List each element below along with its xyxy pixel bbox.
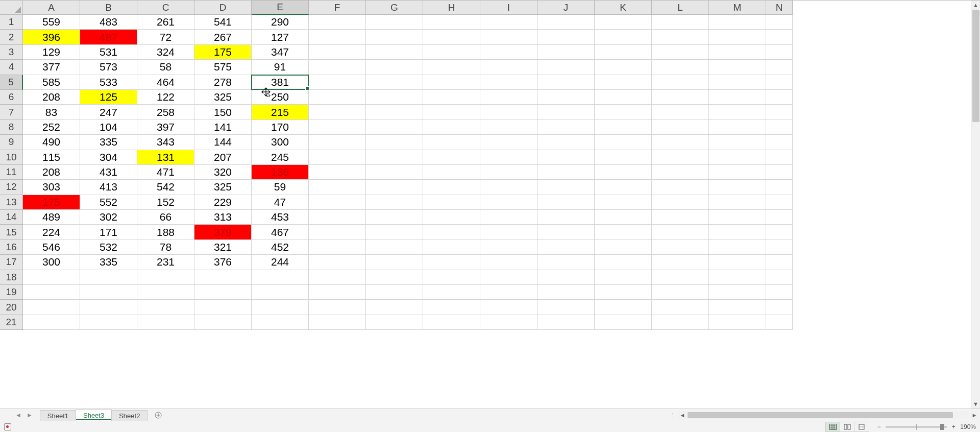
sheet-tab-sheet1[interactable]: Sheet1 bbox=[40, 410, 76, 421]
cell-J7[interactable] bbox=[537, 105, 595, 119]
cell-L2[interactable] bbox=[652, 30, 709, 44]
cell-D1[interactable]: 541 bbox=[194, 15, 252, 30]
cell-C11[interactable]: 471 bbox=[137, 165, 194, 180]
cell-I16[interactable] bbox=[480, 240, 537, 255]
cell-A1[interactable]: 559 bbox=[23, 15, 80, 30]
cell-E9[interactable]: 300 bbox=[252, 135, 309, 150]
cell-F6[interactable] bbox=[309, 90, 366, 105]
cell-I3[interactable] bbox=[480, 45, 537, 60]
column-header-J[interactable]: J bbox=[537, 1, 595, 15]
cell-I9[interactable] bbox=[480, 135, 537, 150]
column-header-N[interactable]: N bbox=[766, 1, 793, 15]
cell-H14[interactable] bbox=[423, 210, 480, 225]
cell-B15[interactable]: 171 bbox=[80, 225, 137, 239]
cell-K5[interactable] bbox=[595, 75, 652, 90]
cell-B20[interactable] bbox=[80, 300, 137, 315]
cell-M20[interactable] bbox=[709, 300, 766, 315]
row-header-1[interactable]: 1 bbox=[0, 15, 23, 30]
cell-H1[interactable] bbox=[423, 15, 480, 30]
column-header-C[interactable]: C bbox=[137, 1, 194, 15]
cell-G11[interactable] bbox=[366, 165, 423, 180]
cell-D16[interactable]: 321 bbox=[194, 240, 252, 255]
cell-M17[interactable] bbox=[709, 255, 766, 270]
cell-J20[interactable] bbox=[537, 300, 595, 315]
cell-D17[interactable]: 376 bbox=[194, 255, 252, 270]
cell-A14[interactable]: 489 bbox=[23, 210, 80, 225]
cell-N11[interactable] bbox=[766, 165, 793, 180]
cell-I13[interactable] bbox=[480, 195, 537, 210]
cell-C9[interactable]: 343 bbox=[137, 135, 194, 150]
cell-G17[interactable] bbox=[366, 255, 423, 270]
column-header-A[interactable]: A bbox=[23, 1, 80, 15]
zoom-level-label[interactable]: 190% bbox=[960, 423, 976, 430]
cell-G12[interactable] bbox=[366, 180, 423, 195]
cell-F9[interactable] bbox=[309, 135, 366, 150]
cell-N1[interactable] bbox=[766, 15, 793, 30]
cell-B4[interactable]: 573 bbox=[80, 60, 137, 75]
cell-G5[interactable] bbox=[366, 75, 423, 90]
cell-L19[interactable] bbox=[652, 285, 709, 300]
cell-A8[interactable]: 252 bbox=[23, 120, 80, 135]
hscroll-track[interactable] bbox=[688, 412, 969, 419]
cell-D3[interactable]: 175 bbox=[194, 45, 252, 60]
row-header-4[interactable]: 4 bbox=[0, 60, 23, 75]
cell-A15[interactable]: 224 bbox=[23, 225, 80, 239]
row-header-11[interactable]: 11 bbox=[0, 165, 23, 180]
hscroll-thumb[interactable] bbox=[688, 412, 953, 418]
cell-C16[interactable]: 78 bbox=[137, 240, 194, 255]
cell-E11[interactable]: 136 bbox=[252, 165, 309, 180]
cell-H12[interactable] bbox=[423, 180, 480, 195]
cell-E2[interactable]: 127 bbox=[252, 30, 309, 44]
cell-J2[interactable] bbox=[537, 30, 595, 44]
cell-J9[interactable] bbox=[537, 135, 595, 150]
cell-D13[interactable]: 229 bbox=[194, 195, 252, 210]
cell-E16[interactable]: 452 bbox=[252, 240, 309, 255]
cell-E7[interactable]: 215 bbox=[252, 105, 309, 119]
cell-E1[interactable]: 290 bbox=[252, 15, 309, 30]
row-header-20[interactable]: 20 bbox=[0, 300, 23, 315]
cell-F18[interactable] bbox=[309, 270, 366, 285]
cell-K16[interactable] bbox=[595, 240, 652, 255]
cell-H7[interactable] bbox=[423, 105, 480, 119]
cell-M16[interactable] bbox=[709, 240, 766, 255]
cell-C7[interactable]: 258 bbox=[137, 105, 194, 119]
cell-E12[interactable]: 59 bbox=[252, 180, 309, 195]
cell-M15[interactable] bbox=[709, 225, 766, 239]
cell-D20[interactable] bbox=[194, 300, 252, 315]
cell-K11[interactable] bbox=[595, 165, 652, 180]
cell-B8[interactable]: 104 bbox=[80, 120, 137, 135]
cell-A3[interactable]: 129 bbox=[23, 45, 80, 60]
cell-N5[interactable] bbox=[766, 75, 793, 90]
zoom-out-button[interactable]: − bbox=[875, 423, 883, 430]
cell-N9[interactable] bbox=[766, 135, 793, 150]
cell-I8[interactable] bbox=[480, 120, 537, 135]
cell-A5[interactable]: 585 bbox=[23, 75, 80, 90]
cell-C8[interactable]: 397 bbox=[137, 120, 194, 135]
row-header-5[interactable]: 5 bbox=[0, 75, 23, 90]
cell-A4[interactable]: 377 bbox=[23, 60, 80, 75]
cell-L13[interactable] bbox=[652, 195, 709, 210]
row-header-8[interactable]: 8 bbox=[0, 120, 23, 135]
cell-A7[interactable]: 83 bbox=[23, 105, 80, 119]
cell-F5[interactable] bbox=[309, 75, 366, 90]
cell-K17[interactable] bbox=[595, 255, 652, 270]
cell-F21[interactable] bbox=[309, 315, 366, 330]
cell-A17[interactable]: 300 bbox=[23, 255, 80, 270]
cell-H11[interactable] bbox=[423, 165, 480, 180]
cell-L3[interactable] bbox=[652, 45, 709, 60]
row-header-6[interactable]: 6 bbox=[0, 90, 23, 105]
cell-E15[interactable]: 467 bbox=[252, 225, 309, 239]
cell-C17[interactable]: 231 bbox=[137, 255, 194, 270]
cell-K15[interactable] bbox=[595, 225, 652, 239]
cell-L4[interactable] bbox=[652, 60, 709, 75]
scroll-right-icon[interactable]: ► bbox=[970, 411, 979, 420]
view-page-layout-button[interactable] bbox=[840, 422, 854, 431]
column-header-M[interactable]: M bbox=[709, 1, 766, 15]
cell-C13[interactable]: 152 bbox=[137, 195, 194, 210]
column-header-L[interactable]: L bbox=[652, 1, 709, 15]
zoom-slider[interactable] bbox=[886, 426, 947, 428]
cell-F15[interactable] bbox=[309, 225, 366, 239]
cell-D21[interactable] bbox=[194, 315, 252, 330]
row-header-15[interactable]: 15 bbox=[0, 225, 23, 239]
cell-F8[interactable] bbox=[309, 120, 366, 135]
